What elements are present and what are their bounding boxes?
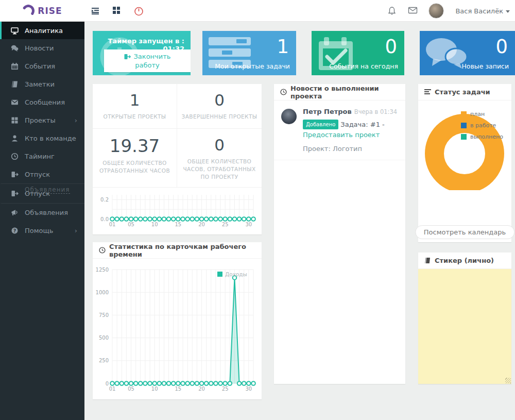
open-tasks-card[interactable]: 1 Мои открытые задачи bbox=[202, 31, 296, 75]
open-tasks-label: Мои открытые задачи bbox=[215, 62, 290, 70]
brand-text: RISE bbox=[38, 6, 62, 16]
clock-icon bbox=[280, 89, 287, 95]
clock-icon bbox=[99, 247, 106, 254]
sidebar-item-messages[interactable]: Сообщения bbox=[0, 93, 84, 111]
task-link[interactable]: Предоставить проект bbox=[303, 131, 380, 139]
stat-value: 1 bbox=[93, 91, 177, 110]
svg-text:0: 0 bbox=[106, 381, 109, 387]
svg-text:Доходы: Доходы bbox=[225, 271, 247, 277]
new-posts-count: 0 bbox=[495, 37, 508, 56]
calendar-icon bbox=[11, 62, 19, 70]
sticker-panel-title: Стикер (лично) bbox=[435, 257, 494, 264]
sidebar-item-help[interactable]: ?Помощь› bbox=[0, 222, 84, 240]
megaphone-icon bbox=[11, 209, 19, 216]
sidebar-item-projects[interactable]: Проекты› bbox=[0, 111, 84, 129]
new-posts-label: Новые записи bbox=[461, 62, 509, 70]
svg-text:20: 20 bbox=[198, 222, 205, 227]
caret-down-icon bbox=[506, 10, 510, 13]
svg-text:15: 15 bbox=[175, 386, 181, 392]
worktime-chart: 02505007501000125001051015202530Доходы bbox=[93, 260, 262, 399]
desktop-icon bbox=[11, 27, 19, 35]
sidebar-item-vacation-2[interactable]: ОтпускОбъявления bbox=[0, 183, 84, 204]
events-today-count: 0 bbox=[385, 37, 397, 56]
donut-legend: планв работевыполнено bbox=[461, 111, 503, 145]
sidebar-item-news[interactable]: Новости bbox=[0, 39, 84, 57]
book-icon bbox=[424, 257, 431, 264]
comments-icon bbox=[11, 44, 19, 52]
envelope-icon bbox=[11, 98, 19, 106]
task-status-panel: Статус задачи планв работевыполнено Посм… bbox=[418, 84, 511, 242]
sidebar-item-announcements[interactable]: Объявления bbox=[0, 204, 84, 222]
stat-value: 19.37 bbox=[93, 136, 177, 156]
chevron-right-icon: › bbox=[75, 227, 77, 234]
timer-icon[interactable] bbox=[134, 6, 143, 15]
resize-grip[interactable] bbox=[505, 378, 511, 383]
status-badge: Добавлено bbox=[303, 120, 338, 129]
sidebar-item-analytics[interactable]: Аналитика bbox=[0, 22, 84, 39]
svg-text:05: 05 bbox=[128, 222, 134, 227]
view-calendar-button[interactable]: Посмотреть календарь bbox=[415, 225, 514, 239]
stop-work-button[interactable]: Закончить работу bbox=[104, 49, 191, 72]
sticky-note-input[interactable] bbox=[418, 269, 511, 384]
news-author[interactable]: Петр Петров bbox=[303, 108, 352, 115]
sign-out-icon bbox=[124, 54, 131, 61]
svg-text:30: 30 bbox=[245, 222, 252, 227]
signout-icon bbox=[11, 190, 19, 197]
sidebar-item-team[interactable]: Кто в команде bbox=[0, 129, 84, 147]
legend-item: выполнено bbox=[461, 133, 503, 140]
dashboard-page: RISE Вася Василёк АналитикаНовостиСобы bbox=[0, 0, 515, 420]
svg-text:10: 10 bbox=[151, 222, 158, 227]
stat-cell: 19.37ОБЩЕЕ КОЛИЧЕСТВО ОТРАБОТАННЫХ ЧАСОВ bbox=[93, 129, 177, 188]
sidebar-item-label: Проекты bbox=[25, 116, 56, 124]
user-avatar[interactable] bbox=[428, 3, 444, 19]
legend-label: план bbox=[470, 111, 485, 117]
stat-label: ЗАВЕРШЕННЫЕ ПРОЕКТЫ bbox=[177, 113, 262, 121]
svg-text:20: 20 bbox=[198, 386, 205, 392]
news-project-line: Проект: Логотип bbox=[303, 145, 398, 153]
sidebar-item-notes[interactable]: Заметки bbox=[0, 75, 84, 93]
clock-icon bbox=[11, 153, 19, 160]
signout-icon bbox=[11, 171, 19, 178]
legend-item: план bbox=[461, 111, 503, 117]
news-text: Задача: #1 - bbox=[340, 121, 384, 128]
list-indent-icon[interactable] bbox=[91, 6, 100, 15]
bell-icon[interactable] bbox=[387, 6, 397, 15]
status-panel-title: Статус задачи bbox=[435, 88, 490, 96]
events-today-card[interactable]: 0 События на сегодня bbox=[312, 31, 404, 75]
timer-card: Таймер запущен в : 01:32 Закончить работ… bbox=[93, 31, 191, 75]
svg-text:25: 25 bbox=[222, 386, 229, 392]
sidebar-item-label: Отпуск bbox=[25, 190, 50, 197]
user-menu[interactable]: Вася Василёк bbox=[455, 7, 510, 15]
sidebar-item-label: События bbox=[25, 62, 55, 70]
legend-label: в работе bbox=[470, 122, 496, 129]
tasks-icon bbox=[424, 89, 431, 95]
mail-icon[interactable] bbox=[408, 6, 417, 15]
grid-icon bbox=[11, 116, 19, 124]
stat-value: 0 bbox=[177, 91, 262, 110]
project-stats-panel: 1ОТКРЫТЫЕ ПРОЕКТЫ0ЗАВЕРШЕННЫЕ ПРОЕКТЫ19.… bbox=[93, 84, 262, 234]
new-posts-card[interactable]: 0 Новые записи bbox=[420, 31, 515, 75]
svg-text:1000: 1000 bbox=[96, 290, 109, 295]
sidebar-item-label: Объявления bbox=[25, 209, 68, 216]
open-tasks-count: 1 bbox=[277, 37, 289, 56]
stat-label: ОБЩЕЕ КОЛИЧЕСТВО ЧАСОВ, ОТРАБОТАННЫХ ПО … bbox=[177, 158, 262, 181]
legend-swatch bbox=[461, 123, 467, 128]
sidebar-item-label: Тайминг bbox=[25, 153, 55, 160]
svg-text:25: 25 bbox=[222, 222, 229, 227]
legend-swatch bbox=[461, 111, 467, 117]
svg-text:05: 05 bbox=[128, 386, 134, 392]
grid-icon[interactable] bbox=[112, 6, 122, 15]
stat-label: ОТКРЫТЫЕ ПРОЕКТЫ bbox=[93, 113, 177, 121]
author-avatar[interactable] bbox=[281, 109, 297, 124]
sidebar-item-label: Кто в команде bbox=[25, 135, 76, 142]
stat-cell: 0ОБЩЕЕ КОЛИЧЕСТВО ЧАСОВ, ОТРАБОТАННЫХ ПО… bbox=[177, 129, 262, 188]
project-news-panel: Новости о выполнении проекта Петр Петров… bbox=[274, 84, 405, 384]
rise-logo-icon bbox=[22, 5, 35, 17]
sidebar-item-events[interactable]: События bbox=[0, 57, 84, 75]
svg-text:15: 15 bbox=[175, 222, 181, 227]
sidebar-item-label: Заметки bbox=[25, 80, 55, 88]
sidebar-item-timing[interactable]: Тайминг bbox=[0, 147, 84, 165]
book-icon bbox=[11, 80, 19, 88]
brand[interactable]: RISE bbox=[0, 0, 84, 22]
sidebar-item-vacation[interactable]: Отпуск bbox=[0, 165, 84, 183]
